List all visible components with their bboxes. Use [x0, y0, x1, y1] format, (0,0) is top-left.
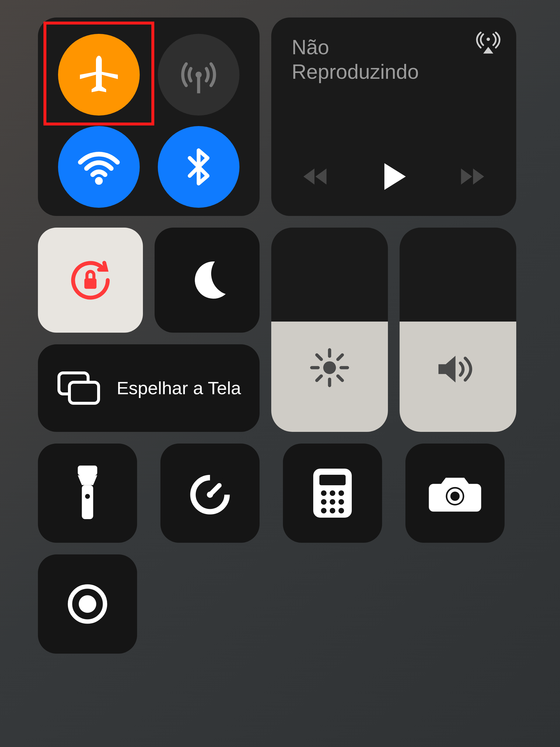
svg-rect-6 [70, 382, 99, 403]
svg-point-36 [79, 595, 96, 613]
svg-rect-23 [319, 475, 346, 485]
svg-point-32 [338, 508, 344, 513]
wifi-button[interactable] [58, 126, 140, 208]
svg-point-3 [486, 37, 490, 41]
svg-point-30 [321, 508, 326, 513]
do-not-disturb-button[interactable] [155, 228, 260, 333]
airplay-icon[interactable] [475, 29, 502, 56]
svg-point-26 [338, 490, 344, 496]
connectivity-panel[interactable] [38, 18, 260, 216]
flashlight-icon [70, 464, 105, 522]
svg-line-15 [338, 355, 342, 359]
previous-track-button[interactable] [300, 163, 332, 190]
svg-point-28 [329, 499, 335, 505]
svg-rect-1 [197, 76, 201, 93]
svg-point-31 [329, 508, 335, 513]
screen-mirroring-button[interactable]: Espelhar a Tela [38, 344, 260, 432]
row-connectivity-media: Não Reproduzindo [38, 18, 545, 216]
screen-record-button[interactable] [38, 555, 137, 654]
timer-button[interactable] [160, 443, 260, 543]
next-track-button[interactable] [455, 163, 487, 190]
svg-line-12 [317, 355, 321, 359]
bluetooth-icon [178, 147, 219, 187]
volume-slider[interactable] [400, 228, 516, 432]
brightness-slider[interactable] [271, 228, 388, 432]
screen-mirroring-icon [55, 369, 102, 407]
row-shortcuts [38, 443, 545, 543]
row-toggles-sliders: Espelhar a Tela [38, 228, 545, 432]
calculator-icon [311, 467, 354, 519]
media-panel[interactable]: Não Reproduzindo [271, 18, 516, 216]
svg-line-13 [338, 376, 342, 380]
orientation-lock-icon [63, 252, 118, 308]
orientation-lock-button[interactable] [38, 228, 143, 333]
wifi-icon [74, 142, 124, 192]
svg-point-29 [338, 499, 344, 505]
screen-mirroring-label: Espelhar a Tela [117, 377, 241, 399]
bluetooth-button[interactable] [158, 126, 239, 208]
cellular-antenna-icon [174, 50, 223, 100]
camera-icon [427, 471, 483, 515]
moon-icon [182, 255, 232, 305]
svg-point-18 [85, 494, 90, 499]
svg-point-2 [95, 177, 103, 185]
media-transport-controls [292, 160, 496, 201]
svg-point-21 [207, 492, 213, 498]
svg-line-14 [317, 376, 321, 380]
play-button[interactable] [378, 160, 410, 192]
calculator-button[interactable] [283, 443, 382, 543]
now-playing-label: Não Reproduzindo [292, 35, 455, 84]
svg-point-27 [321, 499, 326, 505]
timer-icon [185, 468, 235, 518]
flashlight-button[interactable] [38, 443, 137, 543]
svg-point-7 [323, 361, 336, 374]
svg-rect-16 [78, 466, 98, 475]
airplane-icon [76, 51, 122, 98]
brightness-icon [309, 347, 350, 388]
svg-rect-4 [84, 278, 97, 289]
row-screen-record [38, 555, 545, 654]
control-center: Não Reproduzindo [38, 18, 545, 665]
svg-point-25 [329, 490, 335, 496]
cellular-data-button[interactable] [158, 34, 239, 115]
screen-record-icon [64, 581, 111, 627]
svg-point-24 [321, 490, 326, 496]
camera-button[interactable] [405, 443, 505, 543]
volume-icon [436, 350, 480, 388]
airplane-mode-button[interactable] [58, 34, 140, 115]
svg-rect-17 [82, 485, 93, 519]
